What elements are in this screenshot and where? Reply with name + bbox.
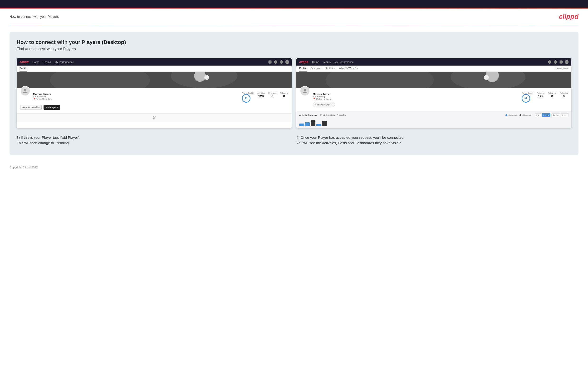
mock-buttons-left: Request to Follow Add Player + bbox=[20, 105, 288, 110]
mock-nav-icons-right bbox=[548, 60, 569, 64]
mock-stat-activities-left: Activities 129 bbox=[257, 92, 265, 98]
period-6mths-btn[interactable]: 6 mths bbox=[542, 113, 550, 117]
chart-bar-1 bbox=[299, 124, 304, 126]
search-icon-right[interactable] bbox=[548, 60, 551, 64]
tutorial-heading: How to connect with your Players (Deskto… bbox=[17, 39, 571, 45]
screenshots-row: clippd Home Teams My Performance Profile bbox=[17, 58, 571, 128]
screenshot-right: clippd Home Teams My Performance bbox=[296, 58, 571, 128]
mock-stat-following-left: Following 0 bbox=[280, 92, 288, 98]
step4-text: 4) Once your Player has accepted your re… bbox=[296, 135, 571, 146]
request-follow-button[interactable]: Request to Follow bbox=[20, 105, 42, 110]
mock-tabs-right: Profile Dashboard Activities What To Wor… bbox=[296, 66, 571, 72]
mock-logo-left: clippd bbox=[19, 60, 28, 64]
mock-tabs-left: Profile bbox=[17, 66, 292, 72]
step3-text: 3) If this is your Player tap, 'Add Play… bbox=[17, 135, 292, 146]
user-icon-left[interactable] bbox=[274, 60, 277, 64]
chart-bar-4 bbox=[316, 124, 321, 126]
mock-banner-left bbox=[17, 72, 292, 88]
mock-activity-bar: Activity Summary Monthly Activity - 6 Mo… bbox=[296, 111, 571, 128]
profile-dropdown[interactable]: Marcus Turner bbox=[555, 66, 569, 71]
mock-stat-followers-left: Followers 0 bbox=[268, 92, 277, 98]
mock-name-left: Marcus Turner bbox=[33, 93, 239, 95]
mock-handicap-right: 1-5 Handicap bbox=[313, 95, 519, 98]
on-course-dot bbox=[505, 114, 507, 116]
mock-stat-followers-right: Followers 0 bbox=[548, 92, 556, 98]
chart-bar-2 bbox=[305, 122, 310, 126]
mock-logo-right: clippd bbox=[299, 60, 308, 64]
mock-nav-performance-left[interactable]: My Performance bbox=[55, 61, 74, 63]
description-step4: 4) Once your Player has accepted your re… bbox=[296, 135, 571, 146]
mock-nav-home-left[interactable]: Home bbox=[32, 61, 39, 63]
mock-nav-teams-right[interactable]: Teams bbox=[323, 61, 331, 63]
tab-dashboard-right[interactable]: Dashboard bbox=[311, 66, 322, 72]
mock-nav-right: clippd Home Teams My Performance bbox=[296, 58, 571, 66]
top-bar bbox=[0, 0, 588, 8]
plus-icon: + bbox=[57, 106, 58, 108]
close-icon-remove: ✕ bbox=[331, 103, 333, 106]
off-course-dot bbox=[519, 114, 521, 116]
copyright-text: Copyright Clippd 2022 bbox=[9, 166, 38, 169]
avatar-icon-right[interactable] bbox=[565, 60, 569, 64]
tab-profile-right[interactable]: Profile bbox=[299, 66, 307, 72]
tab-activities-right[interactable]: Activities bbox=[326, 66, 335, 72]
mock-nav-performance-right[interactable]: My Performance bbox=[334, 61, 354, 63]
tab-profile-left[interactable]: Profile bbox=[19, 66, 27, 72]
mock-nav-right-items: clippd Home Teams My Performance bbox=[299, 60, 354, 64]
mock-stat-following-right: Following 0 bbox=[560, 92, 568, 98]
mock-stat-activities-right: Activities 129 bbox=[537, 92, 545, 98]
mock-location-left: 📍 United Kingdom bbox=[33, 98, 239, 100]
activity-title: Activity Summary bbox=[299, 114, 317, 117]
mock-banner-img-right bbox=[296, 72, 571, 88]
mock-stat-quality-right: Player Quality 92 bbox=[522, 92, 534, 103]
description-step3: 3) If this is your Player tap, 'Add Play… bbox=[17, 135, 292, 146]
quality-circle-right: 92 bbox=[522, 94, 530, 103]
settings-icon-left[interactable] bbox=[280, 60, 283, 64]
mock-nav-home-right[interactable]: Home bbox=[312, 61, 319, 63]
main-content: How to connect with your Players (Deskto… bbox=[0, 25, 588, 162]
mock-nav-teams-left[interactable]: Teams bbox=[43, 61, 51, 63]
screenshot-left: clippd Home Teams My Performance Profile bbox=[17, 58, 292, 128]
breadcrumb: How to connect with your Players bbox=[9, 15, 59, 18]
mock-name-right: Marcus Turner bbox=[313, 93, 519, 95]
tutorial-subheading: Find and connect with your Players bbox=[17, 47, 571, 51]
header: How to connect with your Players clippd bbox=[0, 8, 588, 25]
user-icon-right[interactable] bbox=[554, 60, 557, 64]
avatar-right bbox=[300, 86, 310, 96]
svg-point-5 bbox=[326, 72, 434, 88]
tutorial-box: How to connect with your Players (Deskto… bbox=[9, 32, 579, 155]
mock-profile-area-left: Marcus Turner 1-5 Handicap 📍 United King… bbox=[17, 88, 292, 113]
mock-banner-right bbox=[296, 72, 571, 88]
activity-period: Monthly Activity - 6 Months bbox=[320, 114, 346, 117]
search-icon-left[interactable] bbox=[268, 60, 272, 64]
activity-controls: On course Off course 1 yr 6 mths 3 mths … bbox=[505, 113, 569, 117]
on-course-label: On course bbox=[508, 114, 517, 116]
chart-bar-5 bbox=[322, 121, 327, 126]
mock-chart-area bbox=[299, 119, 569, 126]
chart-bar-3 bbox=[311, 120, 315, 126]
mock-nav-left: clippd Home Teams My Performance bbox=[17, 58, 292, 66]
settings-icon-right[interactable] bbox=[560, 60, 563, 64]
scissors-divider bbox=[17, 113, 292, 122]
period-1mth-btn[interactable]: 1 mth bbox=[561, 113, 569, 117]
off-course-label: Off course bbox=[522, 114, 531, 116]
mock-banner-img-left bbox=[17, 72, 292, 88]
period-3mths-btn[interactable]: 3 mths bbox=[551, 113, 560, 117]
mock-location-right: 📍 United Kingdom bbox=[313, 98, 519, 100]
avatar-icon-left[interactable] bbox=[285, 60, 289, 64]
descriptions-row: 3) If this is your Player tap, 'Add Play… bbox=[17, 135, 571, 146]
mock-profile-area-right: Marcus Turner 1-5 Handicap 📍 United King… bbox=[296, 88, 571, 111]
add-player-button[interactable]: Add Player + bbox=[43, 105, 60, 110]
location-icon-right: 📍 bbox=[313, 98, 315, 100]
mock-nav-icons-left bbox=[268, 60, 289, 64]
mock-handicap-left: 1-5 Handicap bbox=[33, 95, 239, 98]
footer: Copyright Clippd 2022 bbox=[0, 162, 588, 173]
location-icon-left: 📍 bbox=[33, 98, 36, 100]
remove-player-button[interactable]: Remove Player ✕ bbox=[313, 102, 335, 107]
period-1yr-btn[interactable]: 1 yr bbox=[535, 113, 541, 117]
mock-stat-quality-left: Player Quality 92 bbox=[242, 92, 254, 103]
svg-point-1 bbox=[50, 72, 150, 88]
avatar-left bbox=[20, 86, 30, 96]
tab-what-to-work-on-right[interactable]: What To Work On bbox=[339, 66, 358, 72]
mock-nav-left-items: clippd Home Teams My Performance bbox=[19, 60, 74, 64]
mock-activity-header: Activity Summary Monthly Activity - 6 Mo… bbox=[299, 113, 569, 117]
